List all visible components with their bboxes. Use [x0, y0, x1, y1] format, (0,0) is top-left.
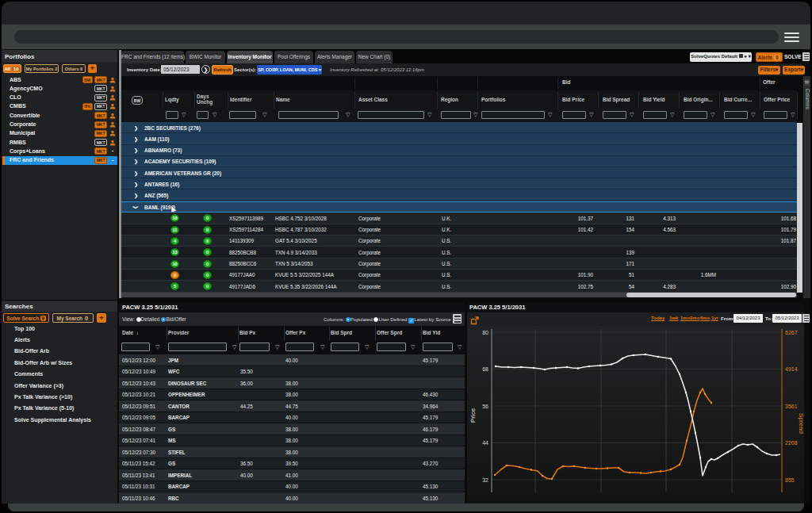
svg-text:44: 44 — [482, 440, 488, 446]
svg-text:2208: 2208 — [785, 440, 798, 446]
svg-text:56: 56 — [482, 404, 488, 409]
svg-text:68: 68 — [482, 366, 488, 372]
svg-text:6267: 6267 — [785, 330, 798, 335]
svg-text:80: 80 — [482, 330, 488, 335]
svg-text:4914: 4914 — [785, 366, 798, 372]
svg-text:855: 855 — [785, 477, 795, 483]
svg-text:Spread: Spread — [798, 413, 804, 434]
svg-text:32: 32 — [482, 477, 488, 483]
svg-text:3561: 3561 — [785, 404, 798, 409]
svg-text:Price: Price — [469, 408, 477, 423]
